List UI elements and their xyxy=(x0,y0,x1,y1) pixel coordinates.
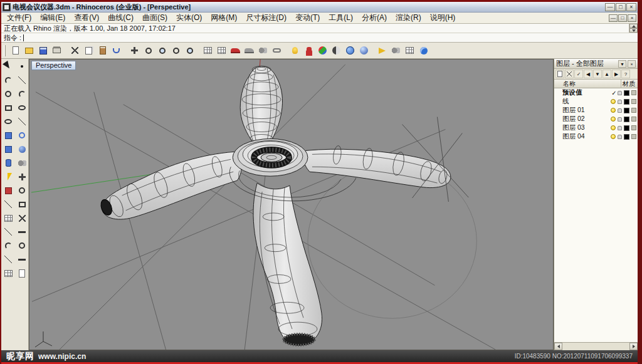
layer-visibility-icon[interactable] xyxy=(611,108,616,113)
layer-color-swatch[interactable] xyxy=(624,99,629,105)
scroll-up-icon[interactable] xyxy=(629,24,638,28)
open-file-icon[interactable] xyxy=(23,44,36,57)
menu-mesh[interactable]: 网格(M) xyxy=(206,12,241,24)
menu-transform[interactable]: 变动(T) xyxy=(291,12,324,24)
scrollbar-track[interactable] xyxy=(562,343,629,350)
child-close-button[interactable]: × xyxy=(628,14,636,22)
surface-icon[interactable] xyxy=(2,129,14,142)
circle-icon[interactable] xyxy=(2,88,14,100)
layer-visibility-icon[interactable] xyxy=(611,99,616,104)
text-icon[interactable] xyxy=(16,253,28,266)
mirror-icon[interactable] xyxy=(16,198,28,211)
layer-color-swatch[interactable] xyxy=(624,108,629,113)
command-history[interactable]: 正在载入 Rhino 渲染，版本 1.00, Jan 18 2007, 17:0… xyxy=(1,24,638,33)
box-icon[interactable] xyxy=(2,143,14,155)
layer-lock-icon[interactable] xyxy=(618,135,622,139)
minimize-button[interactable]: — xyxy=(605,3,615,11)
layer-row-line[interactable]: 线 xyxy=(554,97,638,106)
layer-color-swatch[interactable] xyxy=(624,117,629,122)
move-left-icon[interactable]: ◀ xyxy=(584,70,592,78)
render-color-ball-icon[interactable] xyxy=(316,44,329,57)
layer-lock-icon[interactable] xyxy=(618,126,622,130)
delete-layer-icon[interactable] xyxy=(565,70,574,78)
layer-color-swatch[interactable] xyxy=(624,90,629,96)
child-restore-button[interactable]: □ xyxy=(618,14,627,22)
toolbar-grip[interactable] xyxy=(4,45,6,56)
menu-curve[interactable]: 曲线(C) xyxy=(103,12,138,24)
layer-row-01[interactable]: 图层 01 xyxy=(554,106,638,115)
chevron-down-icon[interactable]: ▼ xyxy=(618,60,626,68)
viewport-perspective[interactable]: Perspective xyxy=(29,59,554,350)
save-file-icon[interactable] xyxy=(36,44,50,57)
polygon-icon[interactable] xyxy=(16,101,28,114)
layer-material-icon[interactable] xyxy=(631,90,636,95)
curve-icon[interactable] xyxy=(2,74,14,86)
maximize-button[interactable]: □ xyxy=(616,3,626,11)
layers-panel-header[interactable]: 图层 - 全部图层 ▼ × xyxy=(554,59,638,69)
current-layer-check-icon[interactable]: ✓ xyxy=(611,90,618,96)
move-down-icon[interactable]: ▼ xyxy=(593,70,602,78)
menu-view[interactable]: 查看(V) xyxy=(70,12,103,24)
split-icon[interactable] xyxy=(2,226,14,238)
join-icon[interactable] xyxy=(16,226,28,238)
new-layer-icon[interactable] xyxy=(555,70,564,78)
paste-icon[interactable] xyxy=(96,44,109,57)
layer-row-03[interactable]: 图层 03 xyxy=(554,123,638,132)
car-gray-icon[interactable] xyxy=(243,44,256,57)
menu-tools[interactable]: 工具(L) xyxy=(324,12,357,24)
ellipse-icon[interactable] xyxy=(2,115,14,128)
dimension-icon[interactable] xyxy=(2,253,14,266)
lamp-icon[interactable] xyxy=(288,44,302,57)
cylinder-icon[interactable] xyxy=(2,157,14,169)
layer-lock-icon[interactable] xyxy=(618,91,622,95)
trim-icon[interactable] xyxy=(16,212,28,224)
offset-icon[interactable] xyxy=(16,239,28,252)
zoom-dynamic-icon[interactable] xyxy=(142,44,155,57)
layer-manager-icon[interactable] xyxy=(403,44,416,57)
hydrant-icon[interactable] xyxy=(302,44,315,57)
new-file-icon[interactable] xyxy=(9,44,22,57)
menu-surface[interactable]: 曲面(S) xyxy=(138,12,172,24)
paint-icon[interactable] xyxy=(2,184,14,197)
column-name[interactable]: 名称 xyxy=(554,80,621,88)
shade-ball-icon[interactable] xyxy=(330,44,343,57)
flag-icon[interactable] xyxy=(376,44,389,57)
child-minimize-button[interactable]: — xyxy=(609,14,618,22)
point-icon[interactable] xyxy=(16,60,28,73)
layer-row-04[interactable]: 图层 04 xyxy=(554,132,638,141)
move-icon[interactable] xyxy=(16,170,28,183)
scroll-down-icon[interactable] xyxy=(629,28,638,33)
scale-icon[interactable] xyxy=(2,198,14,211)
layers-help-icon[interactable]: ? xyxy=(621,70,630,78)
menu-edit[interactable]: 编辑(E) xyxy=(36,12,70,24)
layer-lock-icon[interactable] xyxy=(618,100,622,104)
sphere-icon[interactable] xyxy=(16,143,28,155)
column-material[interactable]: 材质 xyxy=(621,80,638,88)
rectangle-icon[interactable] xyxy=(2,101,14,114)
polyline-icon[interactable] xyxy=(16,74,28,86)
menu-file[interactable]: 文件(F) xyxy=(3,12,36,24)
link-icon[interactable] xyxy=(270,44,283,57)
close-button[interactable]: × xyxy=(626,3,636,11)
layer-visibility-icon[interactable] xyxy=(611,117,616,122)
properties-icon[interactable] xyxy=(16,267,28,279)
move-right-icon[interactable]: ▶ xyxy=(612,70,621,78)
zoom-selected-icon[interactable] xyxy=(183,44,196,57)
move-up-icon[interactable]: ▲ xyxy=(603,70,611,78)
copy-icon[interactable] xyxy=(82,44,95,57)
globe-icon[interactable] xyxy=(344,44,357,57)
hatch-icon[interactable] xyxy=(2,267,14,279)
layer-visibility-icon[interactable] xyxy=(611,134,616,139)
layer-visibility-icon[interactable] xyxy=(611,125,616,130)
pan-view-icon[interactable] xyxy=(128,44,141,57)
zoom-extents-icon[interactable] xyxy=(169,44,182,57)
scroll-right-icon[interactable] xyxy=(629,343,638,350)
set-current-icon[interactable]: ✓ xyxy=(574,70,583,78)
lightning-icon[interactable] xyxy=(2,170,14,183)
gears-icon[interactable] xyxy=(256,44,270,57)
render-blue-ball-icon[interactable] xyxy=(357,44,371,57)
panel-close-icon[interactable]: × xyxy=(628,60,636,68)
menu-render[interactable]: 渲染(R) xyxy=(391,12,426,24)
print-icon[interactable] xyxy=(50,44,63,57)
settings-gears-icon[interactable] xyxy=(389,44,403,57)
